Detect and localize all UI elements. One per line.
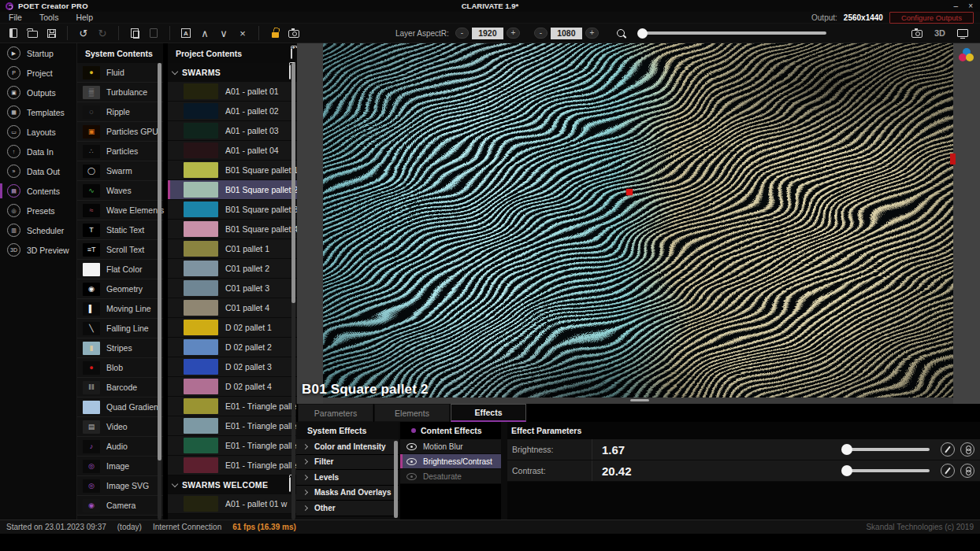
menu-item[interactable]: File [0,13,31,22]
new-folder-button[interactable] [291,49,292,58]
sidebar-item[interactable]: ▥ Scheduler [0,220,76,240]
effect-group-row[interactable]: Masks And Overlays [296,486,399,501]
preview-viewport[interactable] [323,43,953,398]
redo-button[interactable]: ↻ [95,25,110,41]
sidebar-item[interactable]: ▦ Templates [0,102,76,122]
panel-tab[interactable]: Elements [374,404,450,422]
sidebar-item[interactable]: ◎ Presets [0,201,76,220]
system-content-row[interactable]: ◉ Geometry [77,279,163,299]
scrollbar-thumb[interactable] [291,63,295,303]
parameter-slider[interactable] [847,469,930,472]
sidebar-item[interactable]: ▶ Startup [0,43,76,63]
effect-group-row[interactable]: Color and Intensity [296,439,399,455]
system-content-row[interactable]: ∴ Particles [77,142,163,161]
project-content-row[interactable]: D 02 pallet 2 D 02 pallet 2 [168,338,297,357]
height-increase-button[interactable]: + [585,28,599,39]
system-content-row[interactable]: ‖‖ Barcode [77,378,163,398]
project-content-row[interactable]: B01 Square pallet 2 B01 Square pallet 2 [168,180,297,200]
menu-item[interactable]: Help [67,13,102,22]
system-content-row[interactable]: ▤ Video [77,417,163,437]
content-effect-row[interactable]: Motion Blur [400,439,501,454]
project-content-row[interactable]: A01 - pallet 01 A01 - pallet 01 [168,82,297,102]
sidebar-item[interactable]: ↑ Data In [0,142,76,161]
system-content-row[interactable]: ▣ Particles GPU [77,122,163,142]
group-folder-button[interactable] [289,478,291,492]
project-content-row[interactable]: E01 - Triangle pallet 1 E01 - Triangle p… [168,397,297,416]
lock-button[interactable] [267,25,283,41]
threed-toggle[interactable]: 3D [934,28,945,38]
menu-item[interactable]: Tools [31,13,68,22]
save-button[interactable] [43,25,59,41]
project-contents-scrollbar[interactable] [291,63,295,520]
width-increase-button[interactable]: + [507,28,520,39]
system-effects-scrollbar[interactable] [394,441,398,518]
configure-outputs-button[interactable]: Configure Outputs [889,12,974,24]
text-select-button[interactable]: A [178,25,194,41]
parameter-slider[interactable] [847,448,930,451]
preview-snapshot-button[interactable] [909,25,925,41]
project-content-row[interactable]: B01 Square pallet 3 B01 Square pallet 3 [168,200,297,220]
project-content-row[interactable]: E01 - Triangle pallet 3 E01 - Triangle p… [168,436,297,456]
project-content-row[interactable]: D 02 pallet 3 D 02 pallet 3 [168,357,297,377]
scrollbar-thumb[interactable] [158,63,161,460]
new-project-button[interactable] [6,25,21,41]
project-content-row[interactable]: D 02 pallet 4 D 02 pallet 4 [168,377,297,397]
project-content-row[interactable]: E01 - Triangle pallet 4 E01 - Triangle p… [168,456,297,475]
project-content-row[interactable]: A01 - pallet 03 A01 - pallet 03 [168,121,297,141]
group-folder-button[interactable] [289,65,291,80]
system-content-row[interactable]: ◉ Camera [77,496,163,516]
project-content-row[interactable]: B01 Square pallet 4 B01 Square pallet 4 [168,220,297,239]
system-content-row[interactable]: ≈ Wave Elements [77,201,163,220]
snapshot-button[interactable] [286,25,302,41]
system-content-row[interactable]: ▒ Turbulance [77,83,163,102]
system-content-row[interactable]: ● Blob [77,358,163,378]
system-content-row[interactable]: ◌ Ripple [77,102,163,122]
color-wheel-icon[interactable] [959,48,974,62]
open-project-button[interactable] [24,25,40,41]
project-content-row[interactable]: A01 - pallet 02 A01 - pallet 02 [168,102,297,121]
preview-horizontal-scrollbar[interactable] [323,398,953,404]
effect-group-row[interactable]: Levels [296,470,399,486]
close-button[interactable]: × [968,2,973,10]
system-content-row[interactable]: ╲ Falling Line [77,319,163,338]
chevron-down-icon[interactable] [172,480,178,486]
chevron-down-icon[interactable] [172,68,178,74]
system-content-row[interactable]: ▌ Moving Line [77,299,163,319]
link-parameter-button[interactable] [960,464,974,478]
undo-button[interactable]: ↺ [76,25,91,41]
content-effect-row[interactable]: Brightness/Contrast [400,454,501,469]
panel-tab[interactable]: Parameters [298,404,373,422]
project-content-row[interactable]: A01 - pallet 01 w A01 - pallet 01 w [168,494,297,514]
project-content-row[interactable]: C01 pallet 4 C01 pallet 4 [168,298,297,318]
sidebar-item[interactable]: » Data Out [0,161,76,181]
project-content-row[interactable]: E01 - Triangle pallet 2 E01 - Triangle p… [168,416,297,436]
scrollbar-thumb[interactable] [630,399,649,401]
system-content-row[interactable]: ▮ Stripes [77,338,163,358]
project-content-row[interactable]: C01 pallet 3 C01 pallet 3 [168,279,297,298]
height-decrease-button[interactable]: - [534,28,548,39]
sidebar-item[interactable]: 3D 3D Preview [0,240,76,260]
zoom-search-button[interactable] [613,25,629,41]
system-content-row[interactable]: ∿ Waves [77,181,163,201]
height-value-field[interactable]: 1080 [551,28,582,39]
link-parameter-button[interactable] [960,442,974,457]
edit-value-button[interactable] [941,442,955,457]
panel-tab[interactable]: Effects [451,404,526,422]
project-content-row[interactable]: B01 Square pallet 1 B01 Square pallet 1 [168,161,297,180]
move-down-button[interactable]: ∨ [216,25,232,41]
sidebar-item[interactable]: P Project [0,63,76,83]
project-content-row[interactable]: C01 pallet 2 C01 pallet 2 [168,259,297,279]
slider-knob[interactable] [841,465,852,476]
zoom-slider-knob[interactable] [637,28,648,39]
system-content-row[interactable]: ◯ Swarm [77,161,163,181]
visibility-eye-icon[interactable] [406,473,417,480]
system-content-row[interactable]: ♪ Audio [77,437,163,457]
project-content-row[interactable]: C01 pallet 1 C01 pallet 1 [168,239,297,259]
move-up-button[interactable]: ∧ [197,25,213,41]
system-content-row[interactable]: ◎ Image SVG [77,476,163,496]
effect-group-row[interactable]: Other [296,501,399,516]
effect-group-row[interactable]: Filter [296,455,399,471]
system-content-row[interactable]: ≡T Scroll Text [77,240,163,260]
paste-button[interactable] [146,25,161,41]
width-decrease-button[interactable]: - [455,28,469,39]
